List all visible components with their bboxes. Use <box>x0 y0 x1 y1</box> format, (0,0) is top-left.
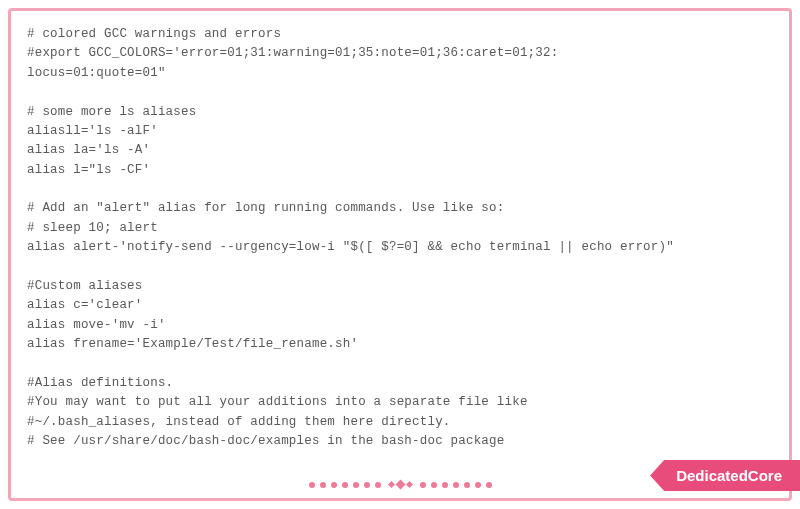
bashrc-code-block: # colored GCC warnings and errors #expor… <box>27 25 773 451</box>
diamond-icon <box>387 481 394 488</box>
dot-icon <box>309 482 315 488</box>
diamond-cluster-icon <box>389 481 412 488</box>
diamond-icon <box>395 480 405 490</box>
dot-icon <box>420 482 426 488</box>
dot-icon <box>320 482 326 488</box>
dot-icon <box>486 482 492 488</box>
dot-icon <box>442 482 448 488</box>
dot-icon <box>431 482 437 488</box>
dot-icon <box>331 482 337 488</box>
dot-icon <box>464 482 470 488</box>
dot-row-left <box>309 482 381 488</box>
dot-icon <box>364 482 370 488</box>
brand-badge: DedicatedCore <box>650 460 800 491</box>
dot-icon <box>475 482 481 488</box>
dot-icon <box>353 482 359 488</box>
dot-row-right <box>420 482 492 488</box>
dot-icon <box>375 482 381 488</box>
dot-icon <box>342 482 348 488</box>
diamond-icon <box>405 481 412 488</box>
dot-icon <box>453 482 459 488</box>
document-frame: # colored GCC warnings and errors #expor… <box>8 8 792 501</box>
